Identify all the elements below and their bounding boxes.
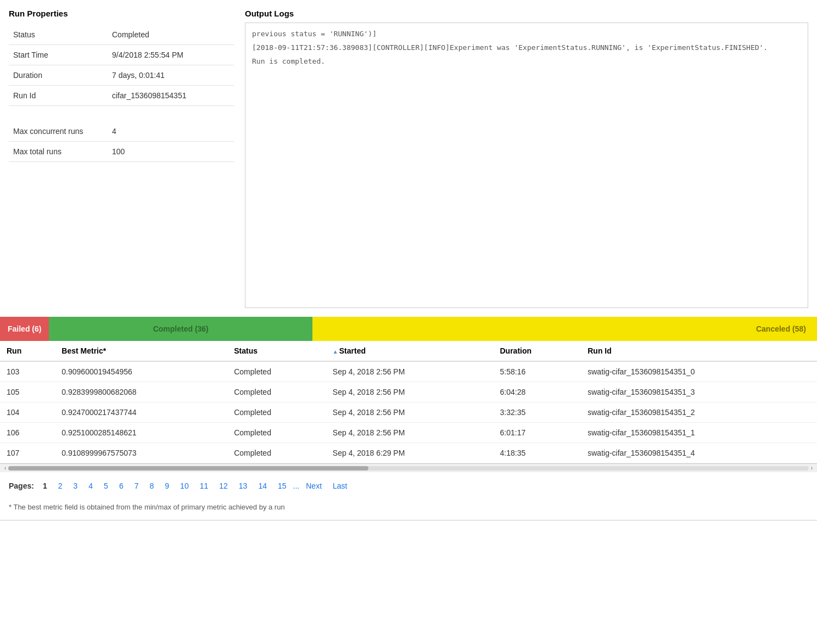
pagination-page[interactable]: 8	[146, 480, 159, 492]
runs-table: RunBest Metric*Status▲StartedDurationRun…	[0, 341, 817, 463]
prop-value: cifar_1536098154351	[108, 86, 234, 106]
prop-label: Max total runs	[9, 142, 108, 162]
cell-bestMetric: 0.9283999800682068	[55, 382, 227, 402]
cell-started: Sep 4, 2018 2:56 PM	[326, 402, 494, 423]
scroll-right-icon[interactable]: ›	[809, 464, 815, 472]
pagination-page[interactable]: 7	[130, 480, 143, 492]
cell-run: 104	[0, 402, 55, 423]
cell-bestMetric: 0.9251000285148621	[55, 423, 227, 443]
cell-started: Sep 4, 2018 2:56 PM	[326, 423, 494, 443]
status-failed: Failed (6)	[0, 317, 49, 341]
pagination-page[interactable]: 4	[84, 480, 97, 492]
cell-runId: swatig-cifar_1536098154351_2	[581, 402, 817, 423]
table-row: 1050.9283999800682068CompletedSep 4, 201…	[0, 382, 817, 402]
run-properties-panel: Run Properties Status Completed Start Ti…	[9, 9, 234, 308]
log-box[interactable]: previous status = 'RUNNING')][2018-09-11…	[245, 23, 808, 308]
runs-table-container: RunBest Metric*Status▲StartedDurationRun…	[0, 341, 817, 472]
pagination-page[interactable]: 14	[254, 480, 271, 492]
pagination-page[interactable]: 15	[273, 480, 291, 492]
table-header-duration: Duration	[494, 341, 581, 361]
cell-bestMetric: 0.9247000217437744	[55, 402, 227, 423]
output-logs-panel: Output Logs previous status = 'RUNNING')…	[245, 9, 808, 308]
prop-row: Status Completed	[9, 25, 234, 45]
table-header-runId: Run Id	[581, 341, 817, 361]
prop-value: Completed	[108, 25, 234, 45]
cell-status: Completed	[227, 361, 326, 382]
cell-status: Completed	[227, 402, 326, 423]
pagination: Pages:123456789101112131415...NextLast	[0, 472, 817, 500]
prop-label: Run Id	[9, 86, 108, 106]
cell-duration: 3:32:35	[494, 402, 581, 423]
table-row: 1060.9251000285148621CompletedSep 4, 201…	[0, 423, 817, 443]
prop-value: 9/4/2018 2:55:54 PM	[108, 45, 234, 65]
pagination-page[interactable]: 3	[69, 480, 82, 492]
prop-value: 100	[108, 142, 234, 162]
pagination-page[interactable]: 13	[234, 480, 252, 492]
table-header-started[interactable]: ▲Started	[326, 341, 494, 361]
prop-row: Run Id cifar_1536098154351	[9, 86, 234, 106]
status-bar: Failed (6) Completed (36) Canceled (58)	[0, 317, 817, 341]
log-line: [2018-09-11T21:57:36.389083][CONTROLLER]…	[252, 42, 801, 54]
pagination-page[interactable]: 11	[195, 480, 213, 492]
pagination-last[interactable]: Last	[328, 480, 351, 492]
cell-runId: swatig-cifar_1536098154351_3	[581, 382, 817, 402]
status-canceled: Canceled (58)	[312, 317, 817, 341]
cell-run: 107	[0, 443, 55, 463]
prop-label: Max concurrent runs	[9, 121, 108, 142]
prop-value: 7 days, 0:01:41	[108, 65, 234, 86]
cell-duration: 4:18:35	[494, 443, 581, 463]
table-header-run: Run	[0, 341, 55, 361]
cell-duration: 6:04:28	[494, 382, 581, 402]
table-row: 1070.9108999967575073CompletedSep 4, 201…	[0, 443, 817, 463]
pagination-page[interactable]: 2	[54, 480, 67, 492]
prop-label: Status	[9, 25, 108, 45]
pagination-next[interactable]: Next	[301, 480, 326, 492]
pagination-page[interactable]: 5	[99, 480, 113, 492]
footnote: * The best metric field is obtained from…	[0, 500, 817, 518]
pagination-page[interactable]: 6	[115, 480, 128, 492]
cell-duration: 5:58:16	[494, 361, 581, 382]
cell-started: Sep 4, 2018 2:56 PM	[326, 382, 494, 402]
run-properties-title: Run Properties	[9, 9, 234, 18]
pagination-page[interactable]: 10	[176, 480, 193, 492]
prop-row: Duration 7 days, 0:01:41	[9, 65, 234, 86]
pagination-page[interactable]: 9	[160, 480, 174, 492]
pagination-current: 1	[38, 480, 52, 492]
cell-bestMetric: 0.9108999967575073	[55, 443, 227, 463]
horizontal-scrollbar[interactable]: ‹ ›	[0, 463, 817, 472]
cell-runId: swatig-cifar_1536098154351_1	[581, 423, 817, 443]
pagination-page[interactable]: 12	[215, 480, 232, 492]
bottom-divider	[0, 520, 817, 520]
run-properties-table: Status Completed Start Time 9/4/2018 2:5…	[9, 25, 234, 162]
scroll-left-icon[interactable]: ‹	[2, 464, 8, 472]
status-completed: Completed (36)	[49, 317, 312, 341]
scroll-track	[8, 466, 808, 471]
prop-value: 4	[108, 121, 234, 142]
prop-row: Start Time 9/4/2018 2:55:54 PM	[9, 45, 234, 65]
cell-started: Sep 4, 2018 2:56 PM	[326, 361, 494, 382]
log-line: Run is completed.	[252, 56, 801, 68]
cell-run: 105	[0, 382, 55, 402]
cell-runId: swatig-cifar_1536098154351_4	[581, 443, 817, 463]
cell-run: 103	[0, 361, 55, 382]
output-logs-title: Output Logs	[245, 9, 808, 18]
cell-runId: swatig-cifar_1536098154351_0	[581, 361, 817, 382]
scroll-thumb	[8, 466, 368, 471]
cell-bestMetric: 0.909600019454956	[55, 361, 227, 382]
cell-status: Completed	[227, 443, 326, 463]
pagination-ellipsis: ...	[293, 481, 300, 490]
pages-label: Pages:	[9, 481, 34, 490]
table-row: 1030.909600019454956CompletedSep 4, 2018…	[0, 361, 817, 382]
cell-duration: 6:01:17	[494, 423, 581, 443]
sort-arrow-icon: ▲	[333, 349, 338, 355]
table-header-bestMetric: Best Metric*	[55, 341, 227, 361]
cell-run: 106	[0, 423, 55, 443]
log-line: previous status = 'RUNNING')]	[252, 29, 801, 40]
prop-row: Max concurrent runs 4	[9, 121, 234, 142]
prop-label: Duration	[9, 65, 108, 86]
table-header-status: Status	[227, 341, 326, 361]
cell-status: Completed	[227, 382, 326, 402]
cell-started: Sep 4, 2018 6:29 PM	[326, 443, 494, 463]
cell-status: Completed	[227, 423, 326, 443]
table-row: 1040.9247000217437744CompletedSep 4, 201…	[0, 402, 817, 423]
